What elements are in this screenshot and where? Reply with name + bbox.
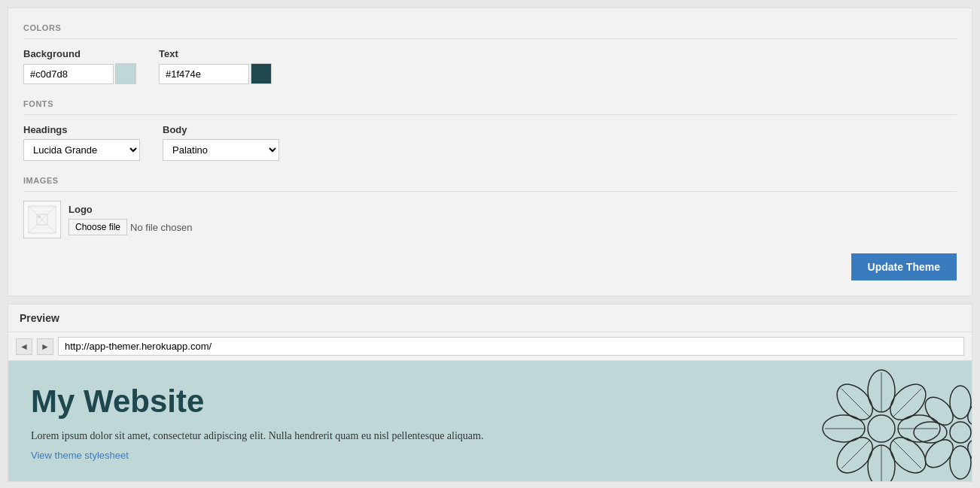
logo-info: Logo Choose file No file chosen	[68, 204, 192, 235]
svg-point-22	[950, 422, 971, 443]
flower-svg-1	[821, 368, 972, 481]
logo-row: Logo Choose file No file chosen	[23, 201, 957, 238]
background-color-input-row	[23, 63, 136, 84]
background-color-input[interactable]	[23, 64, 114, 84]
background-color-group: Background	[23, 48, 136, 84]
browser-bar: ◄ ►	[8, 332, 972, 361]
fonts-section-label: FONTS	[23, 99, 957, 115]
background-label: Background	[23, 48, 136, 59]
logo-placeholder-icon	[28, 205, 56, 234]
text-color-group: Text	[159, 48, 272, 84]
fonts-row: Headings Lucida Grande Arial Georgia Tim…	[23, 124, 957, 161]
svg-point-28	[920, 435, 958, 473]
url-bar[interactable]	[58, 337, 964, 356]
text-label: Text	[159, 48, 272, 59]
logo-file-row: Choose file No file chosen	[68, 219, 192, 235]
images-section-label: IMAGES	[23, 176, 957, 192]
headings-font-group: Headings Lucida Grande Arial Georgia Tim…	[23, 124, 140, 161]
logo-label: Logo	[68, 204, 192, 215]
preview-panel: Preview ◄ ► My Website Lorem ipsum dolor…	[8, 304, 972, 482]
preview-site-title: My Website	[31, 383, 949, 420]
back-button[interactable]: ◄	[16, 338, 32, 355]
settings-panel: COLORS Background Text FONTS Headings	[8, 8, 972, 296]
preview-header: Preview	[8, 305, 972, 332]
colors-row: Background Text	[23, 48, 957, 84]
logo-thumbnail	[23, 201, 61, 238]
update-theme-button[interactable]: Update Theme	[851, 253, 957, 280]
text-color-input-row	[159, 63, 272, 84]
body-label: Body	[163, 124, 279, 135]
headings-font-select[interactable]: Lucida Grande Arial Georgia Times New Ro…	[23, 139, 140, 161]
flower-decoration	[821, 368, 972, 481]
body-font-group: Body Palatino Arial Georgia Times New Ro…	[163, 124, 279, 161]
update-btn-row: Update Theme	[23, 253, 957, 280]
no-file-text: No file chosen	[130, 222, 192, 233]
fonts-section: FONTS Headings Lucida Grande Arial Georg…	[23, 99, 957, 161]
svg-point-5	[868, 415, 895, 442]
images-section: IMAGES Logo Choose file No file chosen	[23, 176, 957, 238]
forward-button[interactable]: ►	[37, 338, 53, 355]
headings-label: Headings	[23, 124, 140, 135]
preview-stylesheet-link[interactable]: View theme stylesheet	[31, 450, 129, 461]
svg-point-4	[38, 215, 41, 218]
colors-section-label: COLORS	[23, 23, 957, 39]
background-color-swatch[interactable]	[115, 63, 136, 84]
choose-file-button[interactable]: Choose file	[68, 219, 127, 235]
text-color-input[interactable]	[159, 64, 249, 84]
text-color-swatch[interactable]	[251, 63, 272, 84]
body-font-select[interactable]: Palatino Arial Georgia Times New Roman V…	[163, 139, 279, 161]
preview-body-text: Lorem ipsum dolor sit amet, consectetur …	[31, 430, 558, 442]
preview-content: My Website Lorem ipsum dolor sit amet, c…	[8, 361, 972, 481]
